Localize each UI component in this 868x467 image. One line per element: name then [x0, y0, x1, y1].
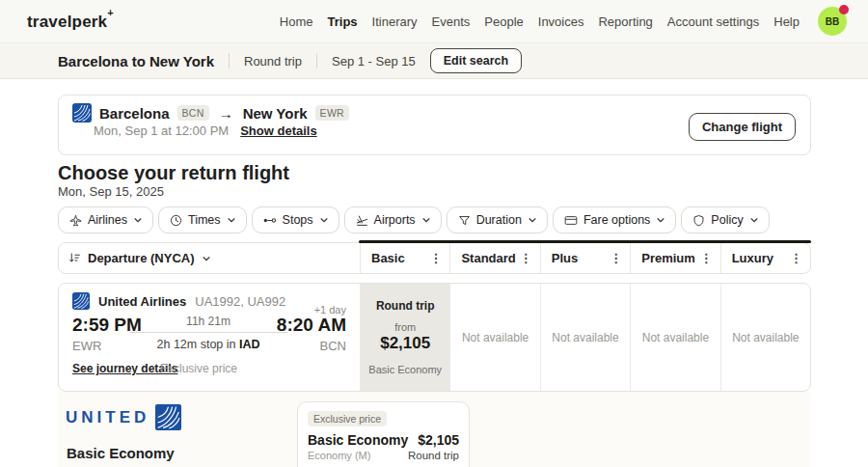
flight-duration: 11h 21m	[129, 315, 287, 328]
page-title: Choose your return flight	[58, 162, 289, 184]
filter-label: Airlines	[88, 213, 127, 227]
fare-class-row: Economy (M) Round trip	[308, 450, 459, 461]
fare-name: Basic Economy	[308, 432, 408, 448]
filter-policy[interactable]: Policy	[681, 206, 769, 234]
flight-info: United Airlines UA1992, UA992 2:59 PM EW…	[59, 284, 361, 391]
filter-airports[interactable]: Airports	[344, 206, 442, 234]
top-header: travelperk+ Home Trips Itinerary Events …	[0, 0, 868, 42]
chevron-down-icon	[421, 215, 431, 225]
fare-name-row: Basic Economy $2,105	[308, 432, 459, 448]
nav-help[interactable]: Help	[773, 14, 800, 29]
chevron-down-icon	[528, 215, 537, 225]
fare-table-header: Departure (NYCA) Basic ⋮ Standard ⋮ Plus…	[58, 242, 811, 274]
nav-people[interactable]: People	[484, 14, 523, 29]
kebab-menu-icon[interactable]: ⋮	[790, 252, 802, 264]
fare-section-title: Basic Economy	[67, 445, 175, 461]
edit-search-button[interactable]: Edit search	[430, 48, 522, 73]
origin-city: Barcelona	[99, 105, 170, 122]
filter-fare-options[interactable]: Fare options	[553, 206, 676, 234]
united-brand: UNITED	[66, 404, 181, 430]
column-label: Plus	[552, 251, 578, 265]
not-available-label: Not available	[552, 331, 618, 344]
nav-events[interactable]: Events	[432, 14, 471, 29]
nav-reporting[interactable]: Reporting	[598, 14, 652, 29]
flight-path-line	[129, 332, 287, 333]
nav-home[interactable]: Home	[280, 14, 313, 29]
duration-block: 11h 21m 2h 12m stop in IAD	[129, 315, 287, 351]
kebab-menu-icon[interactable]: ⋮	[520, 252, 532, 264]
filter-airlines[interactable]: Airlines	[58, 206, 153, 234]
united-globe-icon	[72, 103, 92, 123]
fare-from-label: from	[394, 321, 416, 333]
filter-label: Times	[188, 213, 221, 227]
filter-duration[interactable]: Duration	[447, 206, 548, 234]
user-avatar[interactable]: BB	[818, 7, 847, 36]
kebab-menu-icon[interactable]: ⋮	[429, 252, 442, 264]
filter-label: Policy	[711, 213, 743, 227]
nav-invoices[interactable]: Invoices	[538, 14, 584, 29]
filter-chips: Airlines Times Stops Airports Duration F…	[58, 206, 770, 234]
show-details-link[interactable]: Show details	[240, 124, 316, 138]
cabin-class: Economy (M)	[308, 450, 370, 461]
filter-label: Stops	[283, 213, 313, 227]
fare-price-card[interactable]: Exclusive price Basic Economy $2,105 Eco…	[297, 401, 470, 467]
chevron-down-icon	[656, 215, 665, 225]
not-available-label: Not available	[462, 331, 529, 344]
origin-code-badge: BCN	[177, 105, 209, 121]
sort-dropdown[interactable]: Departure (NYCA)	[68, 243, 211, 273]
stop-airport: IAD	[239, 338, 260, 351]
fare-cabin-label: Basic Economy	[368, 364, 442, 375]
fare-price: $2,105	[380, 334, 430, 353]
policy-icon	[692, 214, 705, 227]
stop-info: 2h 12m stop in IAD	[129, 338, 287, 351]
main-nav: Home Trips Itinerary Events People Invoi…	[280, 7, 847, 36]
united-wordmark: UNITED	[66, 408, 149, 427]
card-icon	[564, 214, 578, 227]
logo-text: travelperk	[27, 13, 107, 31]
departure-airport: EWR	[72, 339, 101, 353]
not-available-label: Not available	[642, 331, 709, 344]
fare-trip-type: Round trip	[376, 299, 435, 313]
column-basic: Basic ⋮	[360, 243, 449, 273]
divider	[229, 53, 230, 69]
fare-cell-standard: Not available	[449, 284, 539, 391]
flight-numbers: UA1992, UA992	[195, 294, 285, 309]
not-available-label: Not available	[732, 331, 799, 344]
exclusive-price-badge: Exclusive price	[308, 411, 387, 426]
airline-line: United Airlines UA1992, UA992	[72, 292, 285, 310]
fare-cell-basic[interactable]: Round trip from $2,105 Basic Economy	[360, 284, 449, 391]
nav-itinerary[interactable]: Itinerary	[372, 14, 418, 29]
clock-icon	[170, 214, 182, 227]
trip-type-label: Round trip	[244, 54, 302, 69]
column-label: Premium	[641, 251, 695, 265]
kebab-menu-icon[interactable]: ⋮	[700, 252, 713, 264]
filter-label: Airports	[374, 213, 416, 227]
sort-icon	[68, 252, 81, 264]
nav-account-settings[interactable]: Account settings	[667, 14, 759, 29]
fare-cell-premium: Not available	[630, 284, 719, 391]
change-flight-button[interactable]: Change flight	[689, 113, 796, 141]
kebab-menu-icon[interactable]: ⋮	[610, 252, 622, 264]
column-label: Standard	[461, 251, 515, 265]
chevron-down-icon	[227, 215, 236, 225]
airline-name: United Airlines	[98, 294, 186, 309]
stop-prefix: 2h 12m stop in	[157, 338, 239, 351]
destination-city: New York	[243, 105, 308, 122]
outbound-detail-line: Mon, Sep 1 at 12:00 PM Show details	[94, 124, 317, 138]
notification-dot-icon	[839, 5, 849, 14]
fare-cells: Round trip from $2,105 Basic Economy Not…	[360, 284, 810, 391]
filter-stops[interactable]: Stops	[252, 206, 339, 234]
logo-plus: +	[107, 7, 114, 18]
filter-label: Duration	[476, 213, 522, 227]
fare-card-price: $2,105	[418, 432, 459, 448]
travelperk-logo[interactable]: travelperk+	[27, 11, 114, 32]
filter-times[interactable]: Times	[158, 206, 247, 234]
destination-code-badge: EWR	[315, 105, 349, 121]
nav-trips[interactable]: Trips	[328, 14, 358, 29]
outbound-summary-card: Barcelona BCN → New York EWR Mon, Sep 1 …	[58, 95, 811, 155]
route-arrow-icon: →	[217, 105, 235, 122]
column-label: Luxury	[732, 251, 773, 265]
dates-label: Sep 1 - Sep 15	[332, 54, 416, 69]
outbound-route-line: Barcelona BCN → New York EWR	[72, 103, 349, 123]
chevron-down-icon	[202, 254, 211, 263]
